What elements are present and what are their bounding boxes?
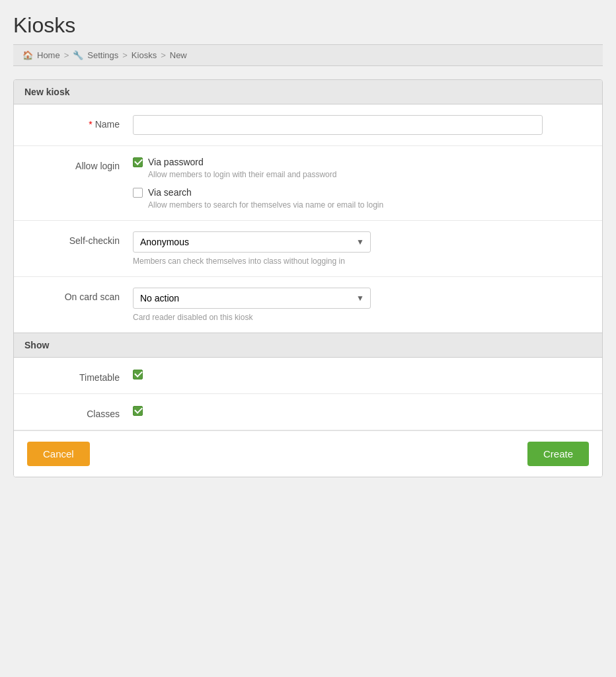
classes-checkbox[interactable] [133, 406, 143, 416]
timetable-label: Timetable [27, 368, 133, 383]
allow-login-label: Allow login [27, 157, 133, 171]
classes-row: Classes [14, 394, 602, 430]
self-checkin-hint: Members can check themselves into class … [133, 257, 589, 266]
name-required-star: * [89, 119, 95, 130]
timetable-checkbox[interactable] [133, 370, 143, 379]
via-search-row: Via search [133, 187, 589, 198]
on-card-scan-hint: Card reader disabled on this kiosk [133, 313, 589, 322]
form-card: New kiosk * Name Allow login Via passwor… [13, 79, 603, 477]
on-card-scan-label: On card scan [27, 288, 133, 302]
timetable-row: Timetable [14, 358, 602, 394]
form-section-title: New kiosk [24, 87, 69, 97]
self-checkin-label: Self-checkin [27, 231, 133, 246]
footer-actions: Cancel Create [14, 430, 602, 477]
timetable-control-wrapper [133, 370, 589, 382]
name-control-wrapper [133, 115, 589, 135]
breadcrumb-home[interactable]: Home [37, 50, 60, 60]
self-checkin-control-wrapper: Anonymous Logged in Disabled ▼ Members c… [133, 231, 589, 266]
cancel-button[interactable]: Cancel [27, 442, 90, 466]
via-search-hint: Allow members to search for themselves v… [133, 200, 589, 210]
create-button[interactable]: Create [527, 442, 589, 466]
via-search-label[interactable]: Via search [148, 187, 192, 198]
show-section-header: Show [14, 333, 602, 358]
on-card-scan-row: On card scan No action Check in Check ou… [14, 277, 602, 333]
breadcrumb-settings[interactable]: Settings [87, 50, 118, 60]
self-checkin-select[interactable]: Anonymous Logged in Disabled [133, 231, 371, 253]
form-section-header: New kiosk [14, 80, 602, 104]
name-input[interactable] [133, 115, 543, 135]
name-label: * Name [27, 115, 133, 130]
breadcrumb-kiosks[interactable]: Kiosks [132, 50, 157, 60]
breadcrumb-current: New [170, 50, 187, 60]
self-checkin-select-wrapper: Anonymous Logged in Disabled ▼ [133, 231, 371, 253]
via-password-row: Via password [133, 157, 589, 167]
home-icon: 🏠 [22, 50, 33, 60]
allow-login-row: Allow login Via password Allow members t… [14, 146, 602, 221]
show-section-title: Show [24, 340, 49, 350]
settings-icon: 🔧 [73, 50, 83, 60]
on-card-scan-select[interactable]: No action Check in Check out [133, 288, 371, 309]
classes-label: Classes [27, 405, 133, 419]
page-title: Kiosks [13, 13, 603, 38]
on-card-scan-select-wrapper: No action Check in Check out ▼ [133, 288, 371, 309]
breadcrumb: 🏠 Home > 🔧 Settings > Kiosks > New [13, 44, 603, 66]
on-card-scan-control-wrapper: No action Check in Check out ▼ Card read… [133, 288, 589, 322]
via-search-checkbox[interactable] [133, 188, 143, 198]
via-password-checkbox[interactable] [133, 157, 143, 167]
breadcrumb-sep-3: > [161, 50, 166, 60]
name-row: * Name [14, 104, 602, 146]
breadcrumb-sep-2: > [122, 50, 128, 60]
self-checkin-row: Self-checkin Anonymous Logged in Disable… [14, 221, 602, 277]
allow-login-control-wrapper: Via password Allow members to login with… [133, 157, 589, 210]
via-password-label[interactable]: Via password [148, 157, 204, 167]
form-body: * Name Allow login Via password Allow me… [14, 104, 602, 333]
classes-control-wrapper [133, 406, 589, 418]
via-password-hint: Allow members to login with their email … [133, 170, 589, 179]
breadcrumb-sep-1: > [64, 50, 69, 60]
